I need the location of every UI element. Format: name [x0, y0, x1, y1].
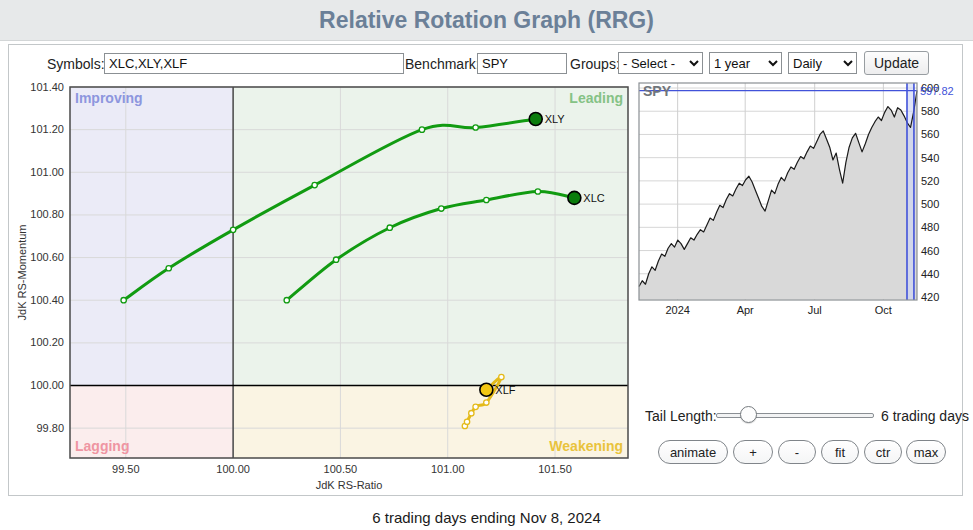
symbols-input[interactable]	[104, 53, 404, 74]
svg-text:560: 560	[921, 128, 939, 140]
svg-text:580: 580	[921, 105, 939, 117]
symbols-label: Symbols:	[47, 56, 105, 72]
center-button[interactable]: ctr	[864, 440, 902, 464]
frequency-select[interactable]: Daily	[788, 52, 857, 74]
svg-text:100.20: 100.20	[30, 336, 64, 348]
groups-label: Groups:	[570, 56, 620, 72]
zoom-out-button[interactable]: -	[778, 440, 816, 464]
svg-text:Improving: Improving	[75, 90, 143, 106]
svg-text:440: 440	[921, 268, 939, 280]
page-title: Relative Rotation Graph (RRG)	[0, 0, 973, 40]
svg-text:100.40: 100.40	[30, 294, 64, 306]
rrg-chart[interactable]: ImprovingLeadingLaggingWeakening99.50100…	[8, 78, 640, 492]
svg-text:520: 520	[921, 175, 939, 187]
app-header: Relative Rotation Graph (RRG)	[0, 0, 973, 41]
svg-text:Leading: Leading	[569, 90, 623, 106]
max-button[interactable]: max	[906, 440, 946, 464]
svg-text:101.40: 101.40	[30, 81, 64, 93]
svg-text:540: 540	[921, 152, 939, 164]
svg-text:480: 480	[921, 221, 939, 233]
svg-text:Jul: Jul	[808, 304, 822, 316]
svg-text:JdK RS-Momentum: JdK RS-Momentum	[16, 225, 28, 321]
svg-text:100.60: 100.60	[30, 251, 64, 263]
animate-button[interactable]: animate	[658, 440, 728, 464]
svg-text:2024: 2024	[665, 304, 689, 316]
svg-text:597.82: 597.82	[920, 85, 954, 97]
svg-text:Lagging: Lagging	[75, 438, 129, 454]
groups-select[interactable]: - Select -	[618, 52, 703, 74]
svg-text:XLY: XLY	[545, 113, 566, 125]
svg-text:99.50: 99.50	[112, 463, 140, 475]
fit-button[interactable]: fit	[821, 440, 859, 464]
svg-text:101.00: 101.00	[30, 166, 64, 178]
svg-text:500: 500	[921, 198, 939, 210]
svg-text:460: 460	[921, 245, 939, 257]
update-button[interactable]: Update	[864, 51, 929, 75]
svg-text:Apr: Apr	[737, 304, 754, 316]
footer-caption: 6 trading days ending Nov 8, 2024	[0, 509, 973, 526]
svg-text:100.80: 100.80	[30, 208, 64, 220]
svg-text:XLC: XLC	[583, 192, 604, 204]
svg-text:JdK RS-Ratio: JdK RS-Ratio	[316, 479, 383, 491]
svg-text:100.00: 100.00	[216, 463, 250, 475]
svg-text:SPY: SPY	[643, 83, 672, 99]
zoom-in-button[interactable]: +	[733, 440, 773, 464]
svg-text:420: 420	[921, 291, 939, 303]
tail-length-value: 6 trading days	[881, 408, 969, 424]
svg-text:101.20: 101.20	[30, 123, 64, 135]
svg-text:Oct: Oct	[875, 304, 892, 316]
benchmark-label: Benchmark:	[405, 56, 480, 72]
svg-text:100.50: 100.50	[324, 463, 358, 475]
svg-text:101.00: 101.00	[431, 463, 465, 475]
benchmark-input[interactable]	[477, 53, 567, 74]
svg-text:101.50: 101.50	[538, 463, 572, 475]
svg-text:100.00: 100.00	[30, 379, 64, 391]
svg-text:99.80: 99.80	[36, 422, 64, 434]
benchmark-chart[interactable]: 420440460480500520540560580600597.822024…	[638, 78, 970, 324]
svg-text:XLF: XLF	[495, 384, 515, 396]
tail-length-label: Tail Length:	[645, 408, 717, 424]
period-select[interactable]: 1 year	[709, 52, 782, 74]
svg-text:Weakening: Weakening	[549, 438, 623, 454]
